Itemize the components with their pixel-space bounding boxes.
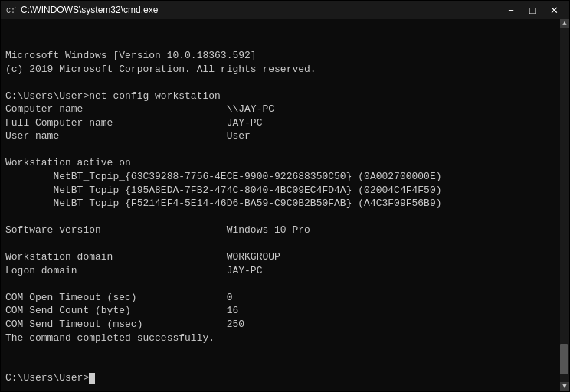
terminal-line: Logon domain JAY-PC xyxy=(5,264,554,278)
terminal-cursor xyxy=(89,373,95,384)
terminal-line: Full Computer name JAY-PC xyxy=(5,116,554,130)
terminal-line: Microsoft Windows [Version 10.0.18363.59… xyxy=(5,49,554,63)
terminal-line: NetBT_Tcpip_{63C39288-7756-4ECE-9900-922… xyxy=(5,170,554,184)
terminal-body[interactable]: Microsoft Windows [Version 10.0.18363.59… xyxy=(1,19,569,391)
terminal-line: The command completed successfully. xyxy=(5,332,554,345)
terminal-line: Workstation active on xyxy=(5,156,554,170)
terminal-line xyxy=(5,277,554,291)
terminal-line xyxy=(5,358,554,372)
terminal-line: COM Send Count (byte) 16 xyxy=(5,304,554,318)
terminal-line: NetBT_Tcpip_{F5214EF4-5E14-46D6-BA59-C9C… xyxy=(5,197,554,211)
terminal-line xyxy=(5,237,554,251)
terminal-line: (c) 2019 Microsoft Corporation. All righ… xyxy=(5,63,554,77)
minimize-button[interactable]: − xyxy=(500,1,522,19)
scrollbar-thumb[interactable] xyxy=(560,344,568,374)
close-button[interactable]: ✕ xyxy=(543,1,565,19)
terminal-line: C:\Users\User>net config workstation xyxy=(5,90,554,103)
window-controls: − □ ✕ xyxy=(500,1,565,19)
cmd-icon: C:\ xyxy=(5,5,16,15)
scrollbar[interactable]: ▲ ▼ xyxy=(560,19,569,391)
scroll-down-arrow[interactable]: ▼ xyxy=(560,382,569,391)
terminal-line: COM Open Timeout (sec) 0 xyxy=(5,291,554,305)
titlebar: C:\ C:\WINDOWS\system32\cmd.exe − □ ✕ xyxy=(1,1,569,19)
terminal-line xyxy=(5,211,554,224)
terminal-line: Computer name \\JAY-PC xyxy=(5,103,554,116)
terminal-line: COM Send Timeout (msec) 250 xyxy=(5,318,554,332)
terminal-line: C:\Users\User> xyxy=(5,371,554,385)
terminal-line: User name User xyxy=(5,129,554,143)
maximize-button[interactable]: □ xyxy=(522,1,543,19)
terminal-line: Software version Windows 10 Pro xyxy=(5,224,554,237)
terminal-content: Microsoft Windows [Version 10.0.18363.59… xyxy=(5,49,565,385)
terminal-line xyxy=(5,143,554,157)
window-title: C:\WINDOWS\system32\cmd.exe xyxy=(21,5,500,15)
terminal-line xyxy=(5,345,554,358)
cmd-window: C:\ C:\WINDOWS\system32\cmd.exe − □ ✕ Mi… xyxy=(0,0,570,392)
terminal-line xyxy=(5,76,554,90)
terminal-line: NetBT_Tcpip_{195A8EDA-7FB2-474C-8040-4BC… xyxy=(5,184,554,198)
svg-text:C:\: C:\ xyxy=(6,7,16,15)
terminal-line: Workstation domain WORKGROUP xyxy=(5,250,554,264)
scroll-up-arrow[interactable]: ▲ xyxy=(560,19,569,28)
